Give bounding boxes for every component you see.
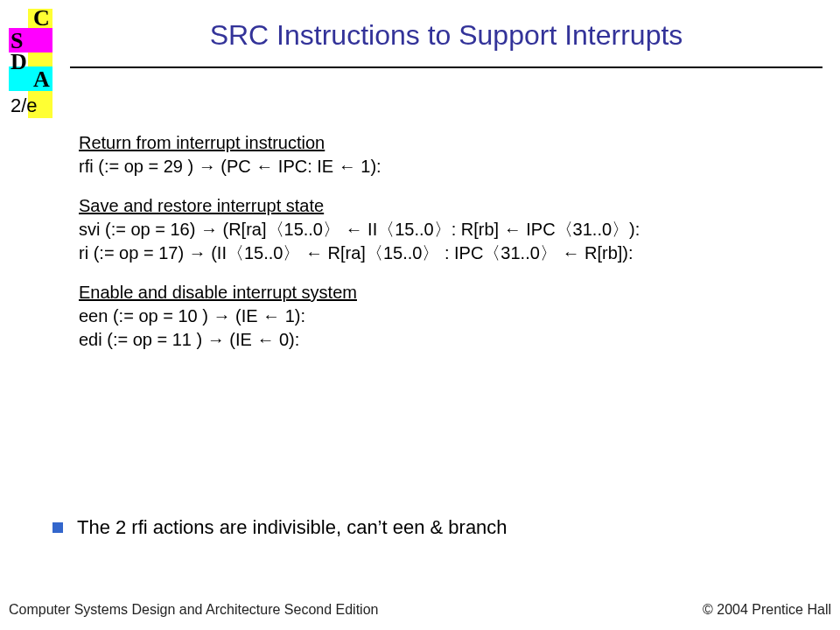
- logo-letter-a: A: [33, 68, 50, 91]
- bullet-icon: [52, 522, 63, 533]
- logo-letter-c: C: [33, 7, 50, 30]
- section-1-heading: Return from interrupt instruction: [79, 131, 796, 155]
- footer-left: Computer Systems Design and Architecture…: [9, 602, 378, 618]
- bullet-row: The 2 rfi actions are indivisible, can’t…: [52, 516, 508, 539]
- slide: C S D A 2/e SRC Instructions to Support …: [0, 0, 840, 630]
- section-3-line-2: edi (:= op = 11 ) → (IE ← 0):: [79, 328, 796, 352]
- book-logo: C S D A 2/e: [9, 9, 52, 118]
- section-2-line-1: svi (:= op = 16) → (R[ra]〈15..0〉 ← II〈15…: [79, 218, 796, 242]
- title-divider: [70, 66, 822, 68]
- page-title: SRC Instructions to Support Interrupts: [70, 19, 822, 52]
- section-2-heading: Save and restore interrupt state: [79, 194, 796, 218]
- footer-right: © 2004 Prentice Hall: [703, 602, 831, 618]
- slide-body: Return from interrupt instruction rfi (:…: [79, 131, 796, 352]
- section-3-line-1: een (:= op = 10 ) → (IE ← 1):: [79, 304, 796, 328]
- section-1-line-1: rfi (:= op = 29 ) → (PC ← IPC: IE ← 1):: [79, 155, 796, 178]
- slide-footer: Computer Systems Design and Architecture…: [9, 602, 831, 618]
- section-2-line-2: ri (:= op = 17) → (II〈15..0〉 ← R[ra]〈15.…: [79, 242, 796, 265]
- bullet-text: The 2 rfi actions are indivisible, can’t…: [77, 516, 508, 539]
- logo-edition: 2/e: [10, 96, 38, 116]
- section-3-heading: Enable and disable interrupt system: [79, 281, 796, 304]
- logo-letter-d: D: [10, 51, 27, 74]
